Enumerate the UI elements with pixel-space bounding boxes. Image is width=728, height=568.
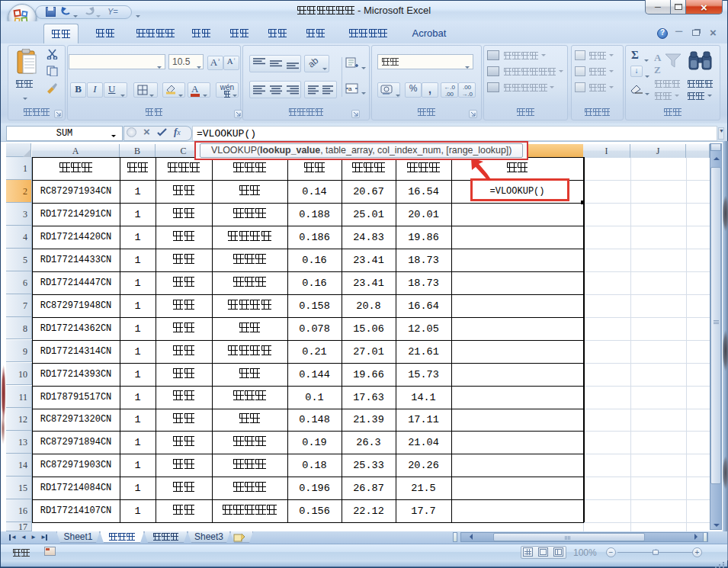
svg-text:a: a [348,85,352,92]
